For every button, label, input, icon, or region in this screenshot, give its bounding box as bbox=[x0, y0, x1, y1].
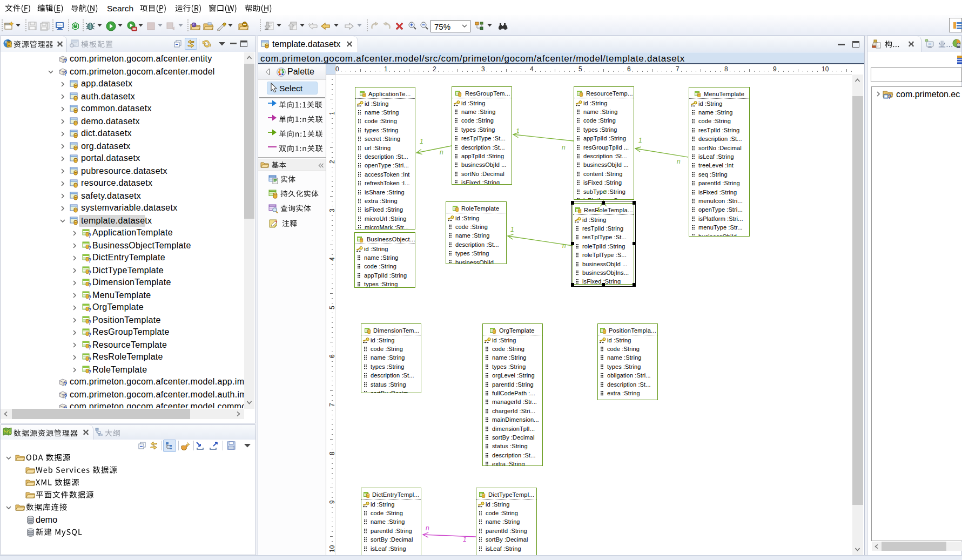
svg-text:n: n bbox=[603, 188, 607, 195]
svg-text:?: ? bbox=[64, 381, 67, 387]
svg-text:1: 1 bbox=[420, 138, 423, 145]
svg-text:?: ? bbox=[88, 332, 91, 337]
svg-text:?: ? bbox=[88, 282, 91, 287]
svg-text:?: ? bbox=[88, 307, 91, 312]
svg-text:n: n bbox=[440, 149, 443, 156]
svg-text:?: ? bbox=[88, 344, 91, 349]
svg-text:?: ? bbox=[88, 356, 91, 362]
svg-text:?: ? bbox=[64, 71, 67, 76]
svg-text:n: n bbox=[426, 524, 429, 532]
svg-text:?: ? bbox=[88, 369, 91, 374]
svg-text:?: ? bbox=[88, 269, 91, 275]
svg-text:n: n bbox=[562, 144, 566, 151]
svg-text:?: ? bbox=[88, 257, 91, 262]
svg-text:?: ? bbox=[88, 319, 91, 325]
svg-text:1: 1 bbox=[638, 137, 642, 144]
svg-text:?: ? bbox=[64, 406, 67, 409]
svg-text:1: 1 bbox=[463, 536, 467, 543]
svg-text:?: ? bbox=[88, 245, 91, 250]
svg-text:n: n bbox=[562, 242, 566, 249]
svg-text:n: n bbox=[677, 158, 681, 165]
svg-text:?: ? bbox=[88, 294, 91, 300]
svg-text:?: ? bbox=[64, 394, 67, 399]
svg-text:?: ? bbox=[88, 232, 91, 238]
svg-text:1: 1 bbox=[510, 226, 514, 233]
svg-text:?: ? bbox=[64, 58, 67, 64]
svg-text:?: ? bbox=[888, 94, 891, 99]
svg-text:1: 1 bbox=[516, 127, 520, 135]
